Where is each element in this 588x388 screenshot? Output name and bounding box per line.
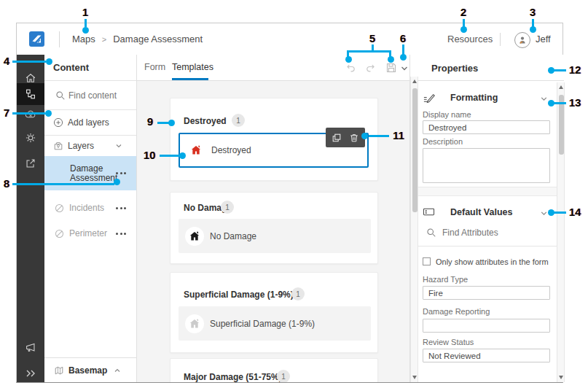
callout-7: 7	[1, 106, 12, 119]
callout-1: 1	[79, 6, 91, 18]
callout-13: 13	[566, 96, 584, 109]
rail-item-content[interactable]	[17, 83, 44, 105]
layer-overflow-menu-icon[interactable]	[116, 172, 126, 174]
active-tab-underline	[172, 78, 208, 80]
content-panel: Content Add layers	[44, 55, 137, 382]
chevron-down-icon[interactable]	[540, 95, 548, 103]
scroll-down-arrow-icon[interactable]	[559, 376, 563, 379]
resources-link[interactable]: Resources	[447, 23, 493, 55]
tab-form[interactable]: Form	[144, 55, 165, 79]
search-icon	[55, 90, 66, 101]
group-title: Major Damage (51-75%)	[184, 372, 282, 382]
sitemap-icon	[24, 88, 37, 101]
rail-item-settings[interactable]	[17, 127, 44, 149]
display-name-label: Display name	[423, 110, 471, 119]
scroll-up-arrow-icon[interactable]	[559, 85, 563, 89]
redo-button[interactable]	[365, 62, 377, 74]
layer-item-perimeter[interactable]: Perimeter	[44, 223, 136, 244]
house-icon	[188, 230, 201, 243]
avatar[interactable]	[514, 32, 530, 48]
callout-4: 4	[1, 55, 12, 67]
template-item-no-damage[interactable]: No Damage	[179, 219, 371, 253]
description-textarea[interactable]	[423, 148, 550, 183]
field-input-review-status[interactable]	[423, 349, 550, 362]
basemap-icon	[54, 365, 64, 376]
scrollbar-thumb[interactable]	[412, 88, 418, 212]
breadcrumb-separator-icon: >	[102, 35, 106, 44]
disabled-circle-icon	[55, 203, 64, 213]
field-input-hazard-type[interactable]	[423, 286, 550, 300]
scroll-up-arrow-icon[interactable]	[412, 79, 417, 83]
templates-scrollbar[interactable]	[410, 77, 418, 382]
properties-panel: Properties Formatting Display name Descr…	[409, 55, 564, 382]
template-item-label: Destroyed	[211, 145, 251, 155]
scroll-down-arrow-icon[interactable]	[412, 376, 417, 379]
tab-templates[interactable]: Templates	[172, 55, 213, 79]
formatting-icon	[423, 91, 435, 104]
callout-9: 9	[144, 115, 156, 128]
editor-toolbar: Form Templates	[137, 55, 409, 81]
field-input-damage-reporting[interactable]	[423, 319, 550, 333]
chevron-down-icon[interactable]	[540, 209, 548, 217]
symbol-circle	[187, 141, 205, 160]
callout-6: 6	[397, 32, 409, 44]
template-group-superficial: Superficial Damage (1-9%) 1 Superficial …	[170, 272, 378, 353]
layer-overflow-menu-icon[interactable]	[116, 207, 126, 209]
formatting-title: Formatting	[450, 93, 498, 103]
duplicate-icon[interactable]	[332, 133, 342, 143]
only-show-label: Only show attributes in the form	[436, 257, 552, 266]
layer-item-incidents[interactable]: Incidents	[44, 198, 136, 218]
rail-item-feedback[interactable]	[17, 336, 44, 358]
symbol-circle	[185, 314, 204, 333]
layer-overflow-menu-icon[interactable]	[116, 233, 126, 235]
find-attributes-input[interactable]	[442, 227, 548, 238]
template-group-no-damage: No Damage 1 No Damage	[170, 192, 378, 264]
content-panel-header: Content	[44, 55, 136, 81]
layer-label: Perimeter	[69, 228, 107, 238]
template-group-destroyed: Destroyed 1 Destroyed	[170, 98, 378, 181]
undo-icon	[345, 62, 356, 74]
layer-label: Damage Assessment	[70, 164, 115, 183]
rail-item-offline[interactable]	[17, 104, 44, 125]
header-divider	[59, 31, 60, 47]
redo-icon	[365, 62, 377, 74]
template-item-superficial[interactable]: Superficial Damage (1-9%)	[179, 306, 371, 341]
callout-8: 8	[1, 177, 12, 190]
house-icon	[189, 144, 203, 157]
layers-pin-icon	[53, 141, 63, 151]
basemap-section-header[interactable]: Basemap	[44, 357, 136, 382]
group-count-badge: 1	[277, 370, 290, 382]
display-name-input[interactable]	[423, 120, 550, 134]
rail-item-share[interactable]	[17, 152, 44, 174]
esri-logo-icon[interactable]	[29, 31, 44, 47]
chevron-down-icon	[400, 64, 409, 73]
breadcrumb: Maps > Damage Assessment	[72, 23, 203, 55]
undo-button[interactable]	[345, 62, 356, 74]
add-layers-button[interactable]: Add layers	[44, 110, 136, 136]
app-header: Maps > Damage Assessment Resources Jeff	[17, 23, 562, 55]
find-content-search[interactable]	[44, 81, 136, 110]
callout-2: 2	[458, 6, 469, 18]
templates-canvas: Destroyed 1 Destroyed	[137, 81, 409, 382]
breadcrumb-maps-link[interactable]: Maps	[72, 34, 95, 44]
breadcrumb-current: Damage Assessment	[113, 34, 203, 44]
layer-item-damage-assessment[interactable]: Damage Assessment	[44, 156, 136, 190]
callout-14: 14	[566, 206, 584, 218]
find-content-input[interactable]	[68, 88, 133, 103]
person-icon	[517, 35, 528, 45]
properties-title: Properties	[431, 63, 478, 74]
callout-5: 5	[366, 32, 378, 44]
delete-icon[interactable]	[349, 133, 359, 143]
save-button[interactable]	[385, 62, 397, 74]
rail-item-expand[interactable]	[17, 362, 44, 384]
layers-section-header[interactable]: Layers	[44, 136, 136, 156]
callout-11: 11	[391, 129, 407, 141]
default-values-icon	[423, 206, 435, 217]
double-chevron-right-icon	[25, 368, 36, 379]
more-options-button[interactable]	[400, 64, 409, 73]
header-divider-2	[500, 33, 501, 46]
user-name[interactable]: Jeff	[536, 23, 551, 55]
default-values-title: Default Values	[450, 207, 512, 217]
properties-scrollbar[interactable]	[557, 82, 565, 382]
only-show-checkbox[interactable]	[423, 257, 431, 265]
